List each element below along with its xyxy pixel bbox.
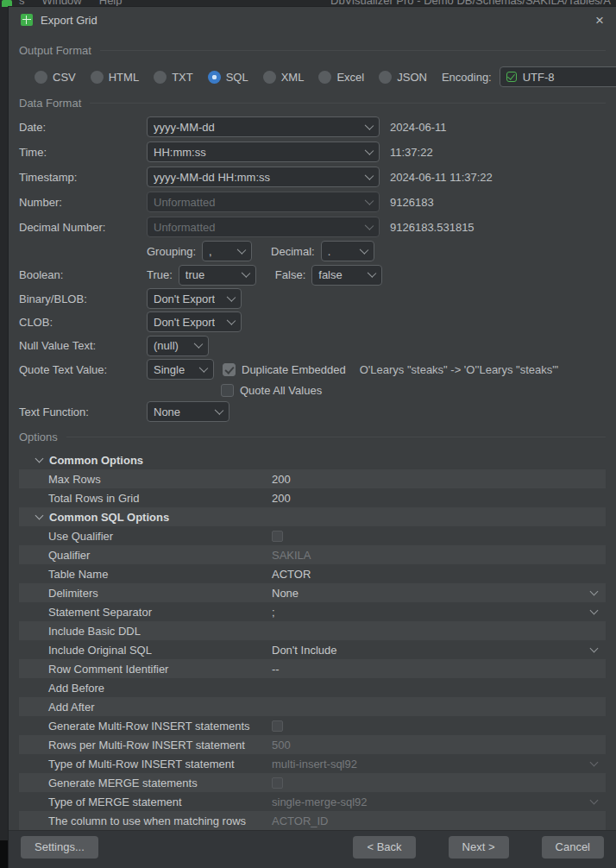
radio-label: TXT: [172, 71, 193, 84]
radio-circle-json[interactable]: [379, 71, 392, 84]
option-value[interactable]: [272, 777, 606, 789]
format-select-timestamp[interactable]: yyyy-MM-dd HH:mm:ss: [147, 167, 380, 187]
option-value[interactable]: None: [272, 587, 606, 600]
binary-select[interactable]: Don't Export: [147, 288, 242, 309]
option-value[interactable]: SAKILA: [272, 549, 606, 562]
duplicate-embedded-checkbox[interactable]: [223, 363, 236, 376]
radio-sql[interactable]: SQL: [208, 71, 248, 84]
option-label: Include Basic DDL: [19, 625, 272, 638]
options-row-common-options: Common Options: [19, 450, 606, 469]
option-value[interactable]: [272, 720, 606, 732]
option-value[interactable]: ACTOR_ID: [272, 815, 606, 827]
options-row-max-rows[interactable]: Max Rows200: [19, 469, 606, 488]
option-value[interactable]: [272, 531, 606, 542]
menu-item-window[interactable]: Window: [42, 0, 82, 7]
format-select-date[interactable]: yyyy-MM-dd: [147, 116, 380, 137]
next-button[interactable]: Next >: [449, 836, 509, 859]
menu-item[interactable]: s: [19, 0, 25, 7]
checkbox[interactable]: [272, 720, 283, 732]
radio-csv[interactable]: CSV: [35, 71, 76, 84]
options-row-row-comment-identifier[interactable]: Row Comment Identifier--: [19, 659, 606, 678]
footer-right-buttons: < Back Next > Cancel: [353, 836, 604, 859]
option-label: Row Comment Identifier: [19, 663, 272, 676]
option-label: Delimiters: [19, 587, 272, 600]
format-select-number[interactable]: Unformatted: [147, 192, 380, 212]
radio-circle-sql[interactable]: [208, 71, 221, 84]
grouping-select[interactable]: ,: [202, 241, 252, 261]
dialog-footer: Settings... < Back Next > Cancel: [9, 830, 616, 868]
options-row-type-of-merge-statement[interactable]: Type of MERGE statementsingle-merge-sql9…: [19, 792, 606, 811]
chevron-down-icon: [365, 146, 374, 155]
options-row-rows-per-multi-row-insert-statement[interactable]: Rows per Multi-Row INSERT statement500: [19, 735, 606, 754]
radio-circle-html[interactable]: [91, 71, 104, 84]
checkbox[interactable]: [272, 531, 283, 542]
option-value[interactable]: --: [272, 663, 606, 676]
cancel-button[interactable]: Cancel: [542, 836, 604, 859]
options-row-include-basic-ddl[interactable]: Include Basic DDL: [19, 621, 606, 640]
radio-label: CSV: [53, 71, 76, 84]
option-value[interactable]: ;: [272, 606, 606, 619]
option-value-text: --: [272, 663, 280, 676]
options-row-table-name[interactable]: Table NameACTOR: [19, 564, 606, 583]
text-function-select[interactable]: None: [147, 401, 229, 422]
data-format-row-decimal-number: Decimal Number:Unformatted9126183.531815: [9, 215, 616, 240]
format-preview: 9126183: [390, 196, 434, 209]
null-value-select[interactable]: (null): [147, 336, 209, 356]
options-row-use-qualifier[interactable]: Use Qualifier: [19, 526, 606, 545]
option-value[interactable]: 200: [272, 473, 606, 486]
encoding-select[interactable]: UTF-8: [500, 66, 616, 87]
radio-xml[interactable]: XML: [263, 71, 305, 84]
checkbox[interactable]: [272, 777, 283, 789]
radio-html[interactable]: HTML: [91, 71, 139, 84]
options-row-include-original-sql[interactable]: Include Original SQLDon't Include: [19, 640, 606, 659]
menu-item-help[interactable]: Help: [99, 0, 123, 7]
option-label: Rows per Multi-Row INSERT statement: [19, 739, 272, 752]
options-row-type-of-multi-row-insert-statement[interactable]: Type of Multi-Row INSERT statementmulti-…: [19, 754, 606, 773]
options-row-the-column-to-use-when-matching-rows[interactable]: The column to use when matching rowsACTO…: [19, 811, 606, 830]
section-label: Output Format: [19, 44, 91, 57]
radio-txt[interactable]: TXT: [154, 71, 193, 84]
quote-select[interactable]: Single: [147, 359, 214, 380]
radio-circle-txt[interactable]: [154, 71, 167, 84]
clob-select[interactable]: Don't Export: [147, 311, 242, 332]
false-select[interactable]: false: [311, 265, 382, 286]
format-select-decimal-number[interactable]: Unformatted: [147, 217, 380, 237]
quote-all-checkbox[interactable]: [221, 384, 234, 397]
option-value[interactable]: 200: [272, 492, 606, 505]
grouping-row: Grouping: , Decimal: .: [9, 240, 616, 263]
option-value[interactable]: single-merge-sql92: [272, 796, 606, 808]
options-row-statement-separator[interactable]: Statement Separator;: [19, 602, 606, 621]
radio-circle-csv[interactable]: [35, 71, 47, 84]
settings-button[interactable]: Settings...: [21, 836, 98, 859]
option-value[interactable]: ACTOR: [272, 568, 606, 581]
radio-excel[interactable]: Excel: [318, 71, 364, 84]
chevron-down-icon[interactable]: [35, 454, 44, 462]
options-row-generate-merge-statements[interactable]: Generate MERGE statements: [19, 773, 606, 792]
options-group-label[interactable]: Common SQL Options: [19, 511, 169, 524]
format-select-time[interactable]: HH:mm:ss: [147, 142, 380, 162]
decimal-value: .: [328, 245, 331, 258]
options-row-add-after[interactable]: Add After: [19, 697, 606, 716]
options-group-label[interactable]: Common Options: [19, 454, 143, 467]
option-value[interactable]: Don't Include: [272, 644, 606, 657]
options-row-add-before[interactable]: Add Before: [19, 678, 606, 697]
chevron-down-icon: [590, 606, 599, 614]
grouping-value: ,: [209, 245, 212, 258]
options-row-delimiters[interactable]: DelimitersNone: [19, 583, 606, 602]
radio-circle-xml[interactable]: [263, 71, 276, 84]
decimal-select[interactable]: .: [321, 241, 374, 261]
chevron-down-icon: [365, 171, 374, 180]
back-button[interactable]: < Back: [353, 836, 415, 859]
option-value[interactable]: multi-insert-sql92: [272, 758, 606, 771]
radio-circle-excel[interactable]: [318, 71, 331, 84]
radio-json[interactable]: JSON: [379, 71, 427, 84]
chevron-down-icon[interactable]: [35, 511, 44, 519]
options-row-total-rows-in-grid[interactable]: Total Rows in Grid200: [19, 488, 606, 507]
grouping-label: Grouping:: [147, 245, 196, 258]
options-section-header: Options: [9, 431, 616, 443]
options-row-qualifier[interactable]: QualifierSAKILA: [19, 545, 606, 564]
close-icon[interactable]: ×: [595, 13, 604, 28]
options-row-generate-multi-row-insert-statements[interactable]: Generate Multi-Row INSERT statements: [19, 716, 606, 735]
option-value[interactable]: 500: [272, 739, 606, 752]
true-select[interactable]: true: [179, 265, 256, 286]
